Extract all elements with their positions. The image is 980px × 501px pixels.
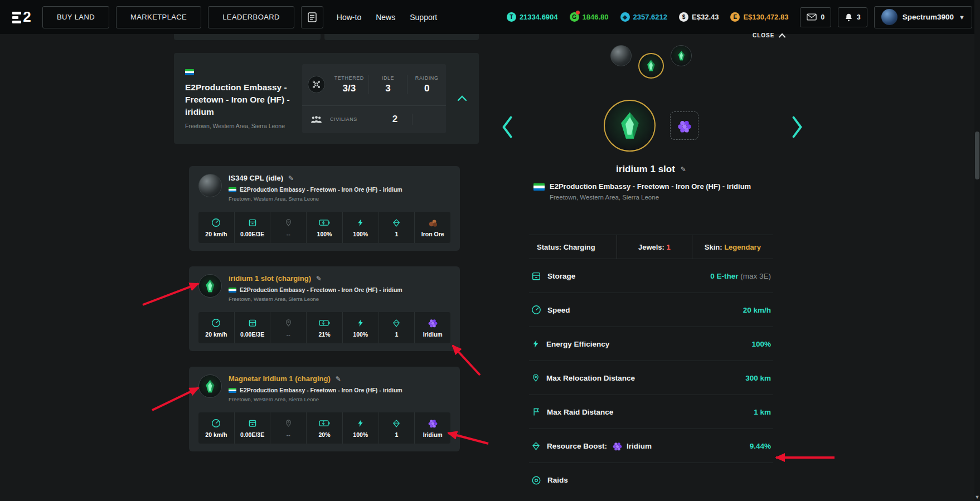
max-raid-row: Max Raid Distance 1 km [529,395,773,429]
stat-energy: 100% [342,412,379,444]
unit-list: IS349 CPL (idle) ✎ E2Production Embassy … [189,166,460,467]
energy-bolt-icon [356,318,365,328]
chevron-right-icon [790,114,804,140]
marketplace-button[interactable]: MARKETPLACE [116,6,201,28]
relocation-pin-icon [284,318,293,328]
stat-jewels: 1 [379,412,415,444]
username: Spectrum3900 [903,13,954,21]
selected-gem-icon [604,100,656,152]
stat-resource: Iridium [414,312,450,343]
thumbnail-sphere[interactable] [610,45,632,66]
essence-balance[interactable]: ◆ 2357.6212 [620,12,667,22]
detail-embassy-name: E2Production Embassy - Freetown - Iron O… [550,182,751,191]
usd-balance[interactable]: $ E$32.43 [679,12,719,22]
stat-storage: 0.00E/3E [234,212,270,243]
news-feed-button[interactable] [301,6,323,28]
edit-icon[interactable]: ✎ [288,174,294,182]
jewel-slot[interactable] [670,111,698,140]
stat-idle: IDLE 3 [368,75,407,94]
unit-stats-row: 20 km/h 0.00E/3E -- 21% 100% 1 [198,312,450,343]
energy-bolt-icon [356,218,365,228]
e2-logo[interactable]: 2 [8,11,36,23]
user-avatar [881,9,897,25]
scrollbar-down-arrow[interactable]: ▼ [974,494,980,500]
green-gem-icon [677,50,686,61]
unit-location: Freetown, Western Area, Sierra Leone [229,296,402,302]
storage-icon [248,218,257,228]
thumbnail-gem-selected[interactable] [638,53,664,79]
raid-flag-icon [531,407,541,417]
unit-detail-title: iridium 1 slot [616,164,675,175]
detail-embassy-block: E2Production Embassy - Freetown - Iron O… [533,182,773,201]
raids-icon [531,475,541,485]
mail-button[interactable]: 0 [800,7,831,27]
edit-icon[interactable]: ✎ [336,375,341,383]
battery-charging-icon [319,419,331,429]
green-gem-icon [205,279,216,294]
stat-jewels: 1 [379,312,415,343]
nav-link-howto[interactable]: How-to [337,13,361,22]
gold-balance[interactable]: E E$130,472.83 [730,12,788,22]
property-location: Freetown, Western Area, Sierra Leone [185,123,295,129]
next-unit-button[interactable] [790,114,804,140]
credits-balance[interactable]: G 1846.80 [570,12,609,22]
bell-icon [845,13,853,22]
nav-link-news[interactable]: News [376,13,395,22]
stat-resource: Iron Ore [414,212,450,243]
jewels-cell: Jewels: 1 [617,235,692,259]
edit-icon[interactable]: ✎ [316,275,322,283]
speed-icon [211,218,221,228]
notifications-button[interactable]: 3 [838,7,867,27]
battery-charging-icon [319,318,331,328]
partial-card-top-left [174,34,321,40]
stat-energy: 100% [342,212,379,243]
page-scrollbar[interactable]: ▼ [974,0,980,501]
stat-energy: 100% [342,312,379,343]
edit-icon[interactable]: ✎ [681,166,686,173]
sierra-leone-flag-icon [185,69,194,75]
unit-main-icons [529,100,773,152]
iridium-grapes-icon [677,118,692,134]
stat-speed: 20 km/h [198,212,234,243]
stat-speed: 20 km/h [198,412,234,444]
top-navbar: 2 BUY LAND MARKETPLACE LEADERBOARD How-t… [0,0,980,34]
tether-balance[interactable]: T 21334.6904 [507,12,558,22]
drone-icon [308,76,325,93]
stat-storage: 0.00E/3E [234,312,270,343]
list-icon [308,12,317,22]
stat-battery: 100% [306,212,342,243]
resource-boost-row: Resource Boost: Iridium 9.44% [529,429,773,463]
stat-battery: 21% [306,312,342,343]
notification-dot [576,11,580,14]
relocation-pin-icon [531,373,540,383]
storage-icon [531,271,541,281]
iridium-grapes-icon [428,318,438,328]
relocation-pin-icon [284,218,293,228]
close-button[interactable]: CLOSE [753,32,786,38]
property-stats-box: TETHERED 3/3 IDLE 3 RAIDING 0 CIVILIANS … [302,64,446,133]
scrollbar-thumb[interactable] [975,132,979,179]
unit-card-is349[interactable]: IS349 CPL (idle) ✎ E2Production Embassy … [189,166,460,251]
unit-embassy: E2Production Embassy - Freetown - Iron O… [240,387,402,393]
stat-resource: Iridium [414,412,450,444]
boost-value: 9.44% [750,442,771,450]
nav-link-support[interactable]: Support [410,13,437,22]
tether-icon: T [507,12,516,22]
gem-avatar [198,374,222,398]
user-menu[interactable]: Spectrum3900 ▼ [874,6,972,28]
speed-row: Speed 20 km/h [529,293,773,327]
buy-land-button[interactable]: BUY LAND [42,6,109,28]
speed-icon [211,318,221,328]
unit-card-magnetar[interactable]: Magnetar Iridium 1 (charging) ✎ E2Produc… [189,367,460,451]
iridium-grapes-icon [612,441,623,451]
unit-card-iridium-slot[interactable]: iridium 1 slot (charging) ✎ E2Production… [189,266,460,351]
leaderboard-button[interactable]: LEADERBOARD [208,6,294,28]
prev-unit-button[interactable] [500,114,515,140]
stat-civilians: CIVILIANS 2 [302,105,446,133]
green-gem-icon [205,379,216,394]
stat-relocation: -- [270,312,306,343]
stat-tethered: TETHERED 3/3 [330,75,368,94]
thumbnail-gem[interactable] [671,45,692,66]
raids-row: Raids [529,463,773,497]
collapse-button[interactable] [453,95,472,101]
